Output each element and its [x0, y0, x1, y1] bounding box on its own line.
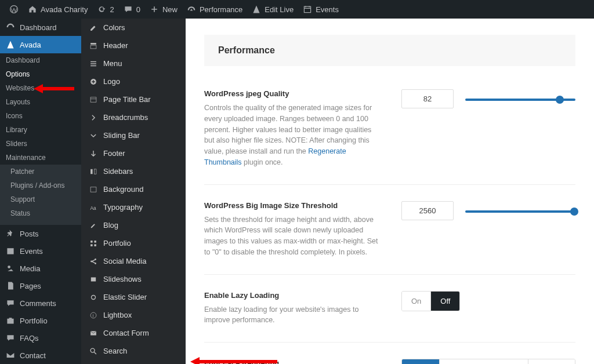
opt-blog[interactable]: Blog [81, 216, 186, 234]
submenu-maintenance[interactable]: Maintenance [0, 151, 81, 165]
opt-search[interactable]: Search [81, 342, 186, 360]
comment-icon [124, 5, 133, 14]
search-icon [89, 347, 97, 355]
avada-icon [252, 5, 261, 14]
svg-rect-15 [94, 244, 96, 246]
opt-social-label: Social Media [103, 257, 146, 265]
opt-sliding-bar[interactable]: Sliding Bar [81, 126, 186, 144]
big-image-input[interactable] [401, 201, 454, 220]
grid-icon [89, 239, 97, 247]
performance-top[interactable]: Performance [182, 0, 247, 19]
opt-elastic[interactable]: Elastic Slider [81, 288, 186, 306]
submenu-sliders[interactable]: Sliders [0, 137, 81, 151]
site-name[interactable]: Avada Charity [23, 0, 92, 19]
svg-rect-7 [90, 97, 96, 101]
opt-slideshows[interactable]: Slideshows [81, 270, 186, 288]
submenu-status[interactable]: Status [0, 206, 81, 220]
submenu-library[interactable]: Library [0, 123, 81, 137]
menu-events[interactable]: Events [0, 242, 81, 260]
submenu-icons[interactable]: Icons [0, 109, 81, 123]
updates[interactable]: 2 [92, 0, 118, 19]
opt-lightbox[interactable]: iLightbox [81, 306, 186, 324]
edit-live[interactable]: Edit Live [247, 0, 298, 19]
dashboard-icon [6, 23, 15, 32]
menu-events-label: Events [20, 247, 43, 256]
svg-rect-13 [94, 241, 96, 243]
slides-icon [89, 275, 97, 283]
menu-posts[interactable]: Posts [0, 225, 81, 242]
jpeg-quality-input[interactable] [401, 89, 454, 108]
opt-breadcrumbs[interactable]: Breadcrumbs [81, 108, 186, 126]
opt-portfolio[interactable]: Portfolio [81, 234, 186, 252]
options-sidebar: Colors Header Menu Logo Page Title Bar B… [81, 19, 186, 364]
menu-faqs[interactable]: FAQs [0, 329, 81, 347]
menu-portfolio-label: Portfolio [20, 316, 48, 325]
new[interactable]: New [145, 0, 182, 19]
menu-contact-label: Contact [20, 351, 46, 360]
events-top[interactable]: Events [298, 0, 343, 19]
opt-social[interactable]: Social Media [81, 252, 186, 270]
menu-pages-label: Pages [20, 282, 41, 290]
submenu-layouts[interactable]: Layouts [0, 95, 81, 109]
menu-icon [89, 60, 97, 68]
share-icon [89, 257, 97, 265]
submenu-dashboard[interactable]: Dashboard [0, 53, 81, 67]
font-swap-non-button[interactable]: Swap Non-Icon Fonts [439, 359, 528, 364]
opt-breadcrumbs-label: Breadcrumbs [103, 113, 148, 122]
opt-contact-form[interactable]: Contact Form [81, 324, 186, 342]
lazy-off-button[interactable]: Off [430, 292, 459, 311]
svg-text:Aa: Aa [90, 205, 96, 210]
opt-footer[interactable]: Footer [81, 144, 186, 162]
site-name-label: Avada Charity [41, 5, 88, 14]
events-top-label: Events [316, 5, 339, 14]
opt-sidebars[interactable]: Sidebars [81, 162, 186, 180]
opt-typography[interactable]: AaTypography [81, 198, 186, 216]
chat-icon [6, 333, 15, 343]
browser-icon [89, 96, 97, 104]
menu-contact[interactable]: Contact [0, 347, 81, 364]
calendar-icon [6, 246, 15, 256]
big-image-slider[interactable] [465, 210, 575, 213]
menu-comments[interactable]: Comments [0, 294, 81, 312]
opt-colors[interactable]: Colors [81, 19, 186, 37]
arrow-down-icon [89, 150, 97, 158]
menu-avada[interactable]: Avada [0, 36, 81, 53]
lazy-on-button[interactable]: On [402, 292, 430, 311]
svg-point-16 [90, 260, 92, 262]
menu-media[interactable]: Media [0, 260, 81, 277]
svg-rect-19 [91, 277, 96, 281]
svg-rect-14 [90, 244, 93, 246]
setting-title: Enable Lazy Loading [204, 291, 378, 300]
submenu-options[interactable]: Options [0, 67, 81, 81]
submenu-plugins-addons[interactable]: Plugins / Add-ons [0, 179, 81, 192]
opt-privacy[interactable]: Privacy [81, 360, 186, 364]
svg-rect-10 [90, 187, 96, 191]
pin-icon [6, 229, 15, 238]
menu-pages[interactable]: Pages [0, 277, 81, 294]
menu-comments-label: Comments [20, 299, 56, 308]
submenu-websites[interactable]: Websites [0, 81, 81, 95]
wp-logo[interactable] [5, 0, 23, 19]
menu-dashboard[interactable]: Dashboard [0, 19, 81, 36]
font-block-button[interactable]: Block [402, 359, 439, 364]
menu-portfolio[interactable]: Portfolio [0, 312, 81, 329]
comments[interactable]: 0 [119, 0, 145, 19]
submenu-support[interactable]: Support [0, 192, 81, 206]
opt-blog-label: Blog [103, 221, 118, 230]
setting-desc: Controls the quality of the generated im… [204, 103, 378, 168]
font-swap-all-button[interactable]: Swap All [528, 359, 575, 364]
jpeg-slider[interactable] [465, 99, 575, 101]
opt-page-title[interactable]: Page Title Bar [81, 90, 186, 108]
svg-point-17 [95, 259, 96, 260]
opt-background[interactable]: Background [81, 180, 186, 198]
page-icon [6, 281, 15, 290]
menu-dashboard-label: Dashboard [20, 23, 57, 32]
opt-menu[interactable]: Menu [81, 54, 186, 72]
columns-icon [89, 168, 97, 176]
portfolio-icon [6, 316, 15, 325]
opt-header[interactable]: Header [81, 37, 186, 54]
svg-rect-5 [90, 45, 96, 49]
svg-rect-1 [305, 6, 311, 12]
submenu-patcher[interactable]: Patcher [0, 165, 81, 179]
opt-logo[interactable]: Logo [81, 72, 186, 90]
